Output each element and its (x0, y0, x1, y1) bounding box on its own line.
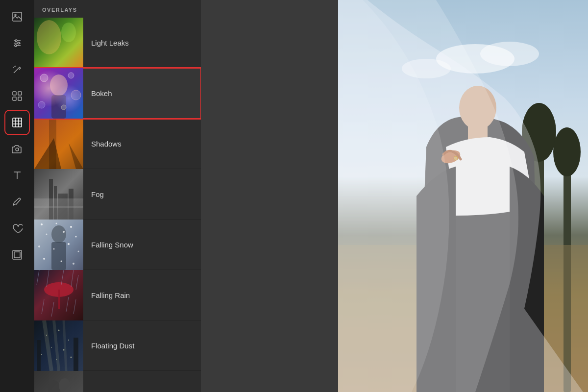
svg-point-84 (68, 340, 69, 341)
svg-rect-0 (13, 12, 22, 21)
overlay-list: Light Leaks (34, 18, 201, 392)
svg-point-107 (454, 156, 458, 160)
svg-rect-47 (34, 206, 83, 220)
svg-rect-31 (51, 95, 66, 119)
svg-line-8 (14, 69, 18, 73)
overlays-header: OVERLAYS (34, 0, 201, 18)
image-icon[interactable] (6, 6, 28, 27)
svg-point-54 (46, 233, 48, 235)
overlay-item-bottom[interactable] (34, 371, 201, 392)
overlays-icon[interactable] (6, 112, 28, 133)
svg-point-7 (15, 45, 17, 47)
overlay-item-falling-snow[interactable]: Falling Snow (34, 220, 201, 270)
svg-point-34 (71, 90, 81, 100)
svg-point-83 (58, 329, 60, 331)
overlay-label-fog: Fog (83, 190, 201, 198)
svg-rect-40 (49, 119, 56, 169)
svg-line-11 (15, 67, 15, 67)
svg-point-52 (56, 222, 57, 224)
svg-rect-80 (37, 340, 41, 371)
svg-point-89 (71, 356, 72, 358)
overlay-label-light-leaks: Light Leaks (83, 39, 201, 47)
svg-rect-16 (13, 118, 22, 127)
svg-point-60 (78, 250, 79, 252)
svg-point-56 (75, 236, 77, 237)
svg-point-30 (50, 74, 68, 96)
svg-point-21 (16, 148, 19, 151)
frame-icon[interactable] (6, 244, 28, 266)
left-toolbar (0, 0, 34, 392)
svg-rect-29 (34, 68, 83, 119)
svg-point-88 (56, 359, 57, 360)
overlay-label-falling-snow: Falling Snow (83, 241, 201, 249)
overlay-thumb-light-leaks (34, 18, 83, 68)
svg-point-1 (15, 14, 16, 16)
sliders-icon[interactable] (6, 32, 28, 54)
overlay-thumb-bokeh (34, 68, 83, 119)
overlay-item-fog[interactable]: Fog (34, 169, 201, 220)
svg-point-36 (61, 105, 66, 110)
brush-icon[interactable] (6, 191, 28, 213)
svg-point-97 (480, 42, 539, 66)
heart-icon[interactable] (6, 218, 28, 239)
magic-icon[interactable] (6, 59, 28, 80)
svg-point-32 (40, 74, 48, 82)
svg-point-49 (51, 225, 66, 243)
overlay-label-falling-rain: Falling Rain (83, 291, 201, 299)
overlay-label-shadows: Shadows (83, 140, 201, 148)
overlay-label-bokeh: Bokeh (83, 89, 201, 98)
svg-point-62 (61, 260, 62, 262)
svg-rect-12 (13, 92, 16, 95)
svg-point-53 (70, 226, 72, 228)
svg-rect-14 (13, 97, 16, 100)
overlay-item-bokeh[interactable]: Bokeh (34, 68, 201, 119)
svg-rect-13 (18, 92, 22, 95)
svg-point-57 (38, 245, 40, 247)
svg-rect-25 (14, 252, 20, 258)
photo-container (338, 0, 588, 392)
svg-point-59 (68, 243, 70, 245)
overlay-item-floating-dust[interactable]: Floating Dust (34, 320, 201, 371)
overlay-thumb-bottom (34, 371, 83, 392)
svg-rect-50 (51, 242, 66, 270)
overlay-thumb-shadows (34, 119, 83, 169)
overlay-thumb-fog (34, 169, 83, 220)
overlay-item-falling-rain[interactable]: Falling Rain (34, 270, 201, 320)
svg-point-51 (41, 223, 43, 225)
overlays-panel: OVERLAYS (34, 0, 201, 392)
svg-point-58 (53, 248, 55, 249)
overlay-thumb-falling-snow (34, 220, 83, 270)
svg-point-85 (51, 347, 52, 348)
svg-point-35 (38, 101, 45, 108)
svg-rect-66 (58, 290, 60, 309)
svg-point-102 (553, 127, 581, 176)
overlay-item-shadows[interactable]: Shadows (34, 119, 201, 169)
svg-point-86 (63, 349, 65, 350)
svg-point-82 (46, 335, 47, 336)
camera-icon[interactable] (6, 138, 28, 160)
svg-rect-81 (74, 338, 78, 371)
overlay-thumb-falling-rain (34, 270, 83, 320)
svg-point-6 (18, 42, 20, 44)
overlay-label-floating-dust: Floating Dust (83, 342, 201, 350)
svg-point-27 (37, 20, 61, 54)
svg-point-5 (15, 40, 17, 42)
main-photo (338, 0, 588, 392)
svg-point-55 (63, 231, 65, 233)
svg-rect-15 (18, 97, 22, 100)
svg-point-61 (43, 258, 45, 260)
svg-point-63 (73, 263, 74, 265)
main-content (201, 0, 588, 392)
overlay-item-light-leaks[interactable]: Light Leaks (34, 18, 201, 68)
overlay-thumb-floating-dust (34, 320, 83, 371)
svg-point-33 (68, 73, 74, 78)
grid-icon[interactable] (6, 85, 28, 107)
svg-point-28 (61, 23, 76, 42)
text-icon[interactable] (6, 165, 28, 186)
svg-point-87 (41, 354, 42, 355)
